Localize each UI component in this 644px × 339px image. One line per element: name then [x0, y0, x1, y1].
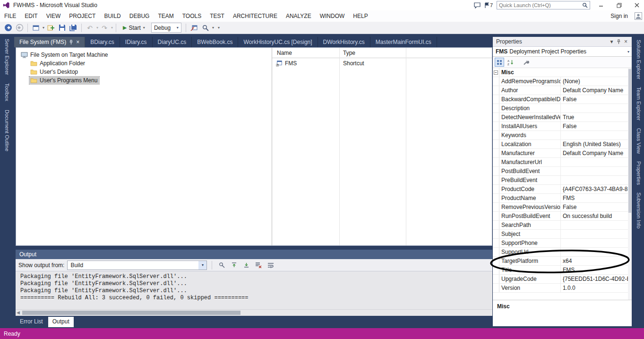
document-tab[interactable]: WorkHistoryUC.cs [Design] × — [238, 37, 318, 47]
property-value[interactable] — [561, 131, 632, 139]
find-icon[interactable] — [200, 23, 211, 33]
property-row[interactable]: RemovePreviousVersior False — [493, 203, 632, 212]
navigate-back-button[interactable] — [3, 23, 13, 33]
document-tab[interactable]: BDiary.cs × — [85, 37, 120, 47]
restore-button[interactable] — [612, 0, 626, 10]
output-panel-title[interactable]: Output — [16, 250, 492, 259]
minimize-button[interactable] — [594, 0, 608, 10]
tree-folder-item[interactable]: User's Desktop — [16, 68, 272, 76]
property-value[interactable] — [561, 221, 632, 229]
property-row[interactable]: PostBuildEvent — [493, 167, 632, 176]
tool-window-tab[interactable]: Output — [48, 317, 74, 327]
menu-item[interactable]: WINDOW — [316, 10, 349, 22]
menu-item[interactable]: VIEW — [42, 10, 65, 22]
sign-in-link[interactable]: Sign in — [610, 13, 628, 19]
alphabetical-sort-icon[interactable]: AZ — [506, 58, 515, 67]
property-value[interactable] — [561, 104, 632, 113]
output-source-combo[interactable]: Build ▾ — [67, 261, 207, 270]
column-header-name[interactable]: Name — [272, 50, 339, 56]
document-tab[interactable]: DWorkHistory.cs × — [318, 37, 370, 47]
file-list-row[interactable]: FMS Shortcut — [272, 58, 492, 69]
find-caret-icon[interactable]: ▾ — [212, 26, 214, 30]
feedback-icon[interactable] — [474, 2, 481, 9]
property-value[interactable] — [561, 239, 632, 247]
solution-configuration-combo[interactable]: Debug ▾ — [151, 23, 181, 33]
close-icon[interactable]: × — [622, 38, 629, 45]
column-header-type[interactable]: Type — [339, 50, 406, 56]
scrollbar-thumb[interactable] — [628, 69, 631, 213]
navigate-forward-button[interactable] — [14, 23, 25, 33]
left-tool-tab[interactable]: Document Outline — [4, 110, 10, 151]
quick-launch-box[interactable] — [497, 1, 590, 9]
categorized-icon[interactable] — [495, 58, 504, 67]
goto-previous-message-icon[interactable] — [229, 261, 239, 270]
toggle-word-wrap-icon[interactable] — [266, 261, 275, 270]
property-row[interactable]: ProductCode {A4FC0763-3A37-4BA9-8D88 — [493, 185, 632, 194]
property-row[interactable]: Description — [493, 104, 632, 113]
document-tab[interactable]: BWebBook.cs × — [192, 37, 238, 47]
property-row[interactable]: AddRemoveProgramsIc (None) — [493, 77, 632, 86]
clear-all-icon[interactable] — [254, 261, 263, 270]
property-row[interactable]: Author Default Company Name — [493, 86, 632, 95]
undo-caret-icon[interactable]: ▾ — [96, 26, 98, 30]
category-row[interactable]: − Misc — [493, 68, 632, 77]
toolbar-overflow-icon[interactable]: ▾ — [218, 26, 220, 30]
property-value[interactable]: {75EEDD51-1D6C-4D92-BE19 — [561, 275, 632, 283]
right-tool-tab[interactable]: Properties — [636, 161, 642, 185]
property-value[interactable]: False — [561, 203, 632, 211]
goto-next-message-icon[interactable] — [241, 261, 251, 270]
property-value[interactable] — [561, 176, 632, 184]
pin-icon[interactable] — [615, 39, 622, 44]
output-console[interactable]: Packaging file 'EntityFramework.SqlServe… — [16, 271, 492, 309]
menu-item[interactable]: FILE — [0, 10, 20, 22]
property-value[interactable]: FMS — [561, 194, 632, 202]
property-row[interactable]: ManufacturerUrl — [493, 158, 632, 167]
object-selector-combo[interactable]: FMS Deployment Project Properties ▾ — [493, 47, 632, 57]
menu-item[interactable]: ARCHITECTURE — [229, 10, 282, 22]
property-row[interactable]: SupportUrl — [493, 248, 632, 257]
undo-icon[interactable]: ↶ — [85, 23, 95, 33]
save-all-icon[interactable] — [68, 23, 78, 33]
property-row[interactable]: RunPostBuildEvent On successful build — [493, 212, 632, 221]
property-value[interactable] — [561, 230, 632, 238]
property-value[interactable] — [561, 248, 632, 256]
scroll-left-arrow-icon[interactable]: ◀ — [17, 310, 20, 315]
menu-item[interactable]: ANALYZE — [282, 10, 316, 22]
property-value[interactable]: False — [561, 122, 632, 130]
menu-item[interactable]: BUILD — [100, 10, 125, 22]
property-row[interactable]: Keywords — [493, 131, 632, 140]
search-icon[interactable] — [580, 2, 590, 8]
property-row[interactable]: UpgradeCode {75EEDD51-1D6C-4D92-BE19 — [493, 275, 632, 284]
property-row[interactable]: TargetPlatform x64 — [493, 257, 632, 266]
property-row[interactable]: Title FMS — [493, 266, 632, 275]
property-value[interactable]: (None) — [561, 77, 632, 86]
properties-title-bar[interactable]: Properties ▾ × — [493, 37, 632, 47]
new-window-icon[interactable] — [31, 23, 41, 33]
start-debugging-button[interactable]: ▶ Start ▾ — [119, 23, 149, 33]
document-tab[interactable]: DiaryUC.cs × — [153, 37, 192, 47]
left-tool-tab[interactable]: Toolbox — [4, 83, 10, 101]
scrollbar-thumb[interactable] — [22, 311, 240, 315]
property-value[interactable]: False — [561, 95, 632, 104]
property-row[interactable]: BackwardCompatibleID False — [493, 95, 632, 104]
property-row[interactable]: SupportPhone — [493, 239, 632, 248]
add-item-icon[interactable] — [45, 23, 56, 33]
document-tab[interactable]: IDiary.cs × — [120, 37, 153, 47]
property-value[interactable]: True — [561, 113, 632, 122]
window-position-icon[interactable]: ▾ — [608, 38, 615, 45]
menu-item[interactable]: TOOLS — [178, 10, 206, 22]
tree-root-item[interactable]: File System on Target Machine — [16, 51, 272, 59]
right-tool-tab[interactable]: Class View — [636, 128, 642, 154]
properties-scrollbar[interactable] — [628, 68, 632, 300]
right-tool-tab[interactable]: Team Explorer — [636, 87, 642, 121]
right-tool-tab[interactable]: Subversion Info — [636, 192, 642, 228]
user-account-icon[interactable] — [635, 12, 642, 20]
property-value[interactable]: x64 — [561, 257, 632, 265]
tree-folder-item[interactable]: Application Folder — [16, 59, 272, 68]
menu-item[interactable]: HELP — [349, 10, 372, 22]
horizontal-scrollbar[interactable]: ◀ — [16, 309, 492, 316]
property-row[interactable]: InstallAllUsers False — [493, 122, 632, 131]
property-value[interactable]: FMS — [561, 266, 632, 274]
menu-item[interactable]: EDIT — [20, 10, 42, 22]
property-value[interactable]: {A4FC0763-3A37-4BA9-8D88 — [561, 185, 632, 193]
